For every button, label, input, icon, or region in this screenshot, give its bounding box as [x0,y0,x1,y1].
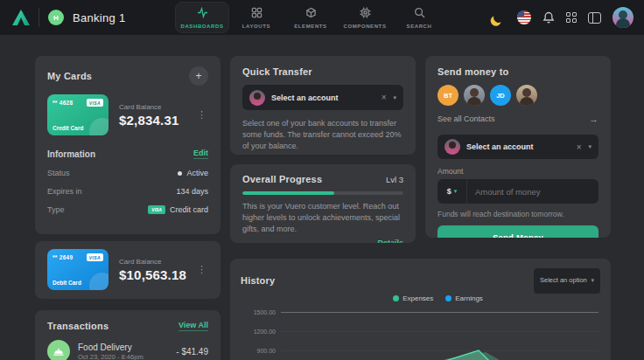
apps-grid-icon[interactable] [566,12,577,23]
clear-selection-icon[interactable]: × [577,142,582,152]
account-select[interactable]: Select an account × ▾ [242,85,403,110]
debit-card-panel: ** 2649 VISA Debit Card Card Balance $10… [35,241,220,299]
credit-card[interactable]: ** 4628 VISA Credit Card [47,94,108,135]
contact-avatar-photo[interactable] [464,85,485,106]
progress-bar [242,191,403,195]
card-balance-amount: $2,834.31 [119,113,195,128]
credit-card-row: ** 4628 VISA Credit Card Card Balance $2… [47,94,208,135]
edit-link[interactable]: Edit [193,149,208,159]
user-avatar[interactable] [612,7,634,28]
nav-item-search[interactable]: SEARCH [392,2,446,33]
view-all-link[interactable]: View All [178,321,208,331]
transactions-title: Transactions [47,321,108,331]
workspace-avatar[interactable]: H [48,10,64,25]
send-money-panel: Send money to BT JD See all Contacts → S… [425,56,611,238]
see-all-contacts-label: See all Contacts [438,114,495,123]
my-cards-title: My Cards [47,71,92,81]
language-us-flag-icon[interactable] [517,10,531,24]
amount-label: Amount [438,167,598,176]
legend-earnings: Earnings [445,294,483,302]
card-balance-label: Card Balance [119,103,195,111]
progress-fill [242,191,334,195]
dark-mode-toggle-moon-icon[interactable] [493,11,505,24]
middle-column: Quick Transfer Select an account × ▾ Sel… [230,56,416,243]
recipient-select[interactable]: Select an account × ▾ [438,135,598,159]
arrow-right-icon[interactable]: → [589,114,598,124]
card-menu-dots-icon[interactable]: ⋮ [195,264,208,275]
transaction-name: Food Delivery [78,343,176,352]
box-icon [305,6,317,22]
nav-item-layouts[interactable]: LAYOUTS [229,2,284,33]
expenses-dot-icon [393,295,399,301]
quick-transfer-panel: Quick Transfer Select an account × ▾ Sel… [230,56,416,155]
nav-item-elements[interactable]: ELEMENTS [284,2,338,33]
chevron-down-icon: ▾ [588,143,592,150]
card-balance-label: Card Balance [119,258,195,266]
chart-legend: Expenses Earnings [241,294,600,302]
nav-item-dashboards[interactable]: DASHBOARDS [175,2,229,33]
details-link[interactable]: Details [377,239,403,243]
contact-avatar-photo[interactable] [516,85,537,106]
transaction-row[interactable]: Food Delivery Oct 23, 2020 - 8:46pm - $4… [47,340,208,360]
info-row-expires: Expires in 134 days [47,187,208,196]
y-tick: 1500.00 [241,309,276,315]
grid-icon [251,6,262,22]
quick-transfer-description: Select one of your bank accounts to tran… [242,118,403,152]
divider [38,8,39,27]
chevron-down-icon: ▾ [393,94,396,101]
left-column: My Cards + ** 4628 VISA Credit Card Card… [35,56,220,360]
transactions-panel: Transactions View All Food Delivery Oct … [35,310,220,360]
debit-card-row: ** 2649 VISA Debit Card Card Balance $10… [47,249,208,290]
visa-chip: VISA [148,205,165,214]
status-dot [178,171,182,176]
legend-expenses: Expenses [393,294,433,302]
chevron-down-icon: ▾ [591,277,594,284]
overall-progress-title: Overall Progress [242,174,322,184]
level-badge: Lvl 3 [386,175,403,184]
quick-transfer-title: Quick Transfer [242,66,403,77]
transaction-date: Oct 23, 2020 - 8:46pm [78,353,176,360]
account-avatar [444,139,460,155]
nav-item-components[interactable]: COMPONENTS [338,2,392,33]
top-navbar: H Banking 1 DASHBOARDS LAYOUTS ELEMENTS [0,0,644,35]
amount-field: $ ▾ [438,179,598,204]
info-row-status: Status Active [47,169,208,177]
y-tick: 1200.00 [241,329,276,335]
cpu-icon [360,6,371,22]
clear-selection-icon[interactable]: × [382,93,387,102]
amount-input[interactable] [467,187,598,197]
overall-progress-panel: Overall Progress Lvl 3 This is your Vuer… [230,164,416,243]
y-tick: 900.00 [241,348,276,354]
dashboard-content: My Cards + ** 4628 VISA Credit Card Card… [0,35,644,360]
send-money-title: Send money to [438,66,598,77]
overall-progress-description: This is your Vuero customer level. Reach… [242,201,403,235]
search-icon [414,6,425,22]
history-option-select[interactable]: Select an option ▾ [534,268,600,294]
send-money-button[interactable]: Send Money [438,225,598,238]
navbar-brand: H Banking 1 [12,8,126,27]
card-menu-dots-icon[interactable]: ⋮ [195,109,208,121]
contact-avatar-bt[interactable]: BT [438,85,458,106]
activity-icon [197,6,208,22]
funds-helper-text: Funds will reach destination tomorrow. [438,210,598,218]
account-avatar [249,90,265,106]
notifications-bell-icon[interactable] [542,11,555,24]
visa-badge: VISA [87,99,103,107]
info-row-type: Type VISACredit card [47,205,208,214]
earnings-dot-icon [445,295,452,301]
debit-card[interactable]: ** 2649 VISA Debit Card [47,249,108,290]
food-delivery-icon [47,340,70,360]
main-nav: DASHBOARDS LAYOUTS ELEMENTS COMPONENTS S… [175,0,446,35]
contacts-row: BT JD [438,85,598,106]
history-chart: 1500.00 1200.00 900.00 600.00 [241,309,600,360]
visa-badge: VISA [87,253,103,261]
transaction-amount: - $41.49 [176,347,208,357]
add-card-button[interactable]: + [189,66,208,86]
contact-avatar-jd[interactable]: JD [490,85,511,106]
currency-selector[interactable]: $ ▾ [438,179,467,204]
history-panel: History Select an option ▾ Expenses Earn… [230,259,611,360]
chevron-down-icon: ▾ [454,188,458,195]
app-logo-icon[interactable] [12,10,30,25]
sidebar-panel-icon[interactable] [588,12,601,24]
page-title: Banking 1 [73,11,126,24]
